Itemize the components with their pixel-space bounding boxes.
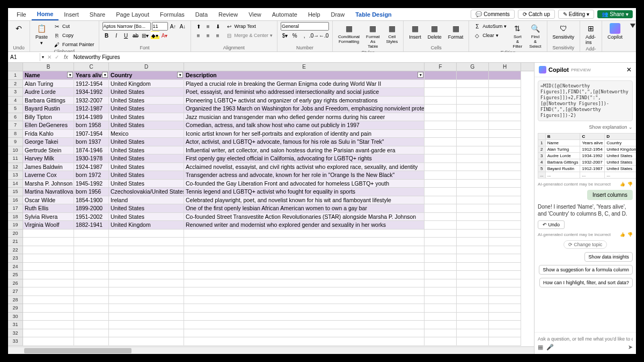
thumbs-down-icon[interactable]: 👎 [627,232,633,237]
table-cell[interactable]: Oscar Wilde [23,196,74,205]
fill-color-button[interactable]: ◆▾ [151,31,159,40]
row-header[interactable]: 24 [8,263,23,271]
thumbs-down-icon[interactable]: 👎 [627,182,633,187]
tab-review[interactable]: Review [213,9,243,20]
editing-button[interactable]: ✎ Editing ▾ [558,10,595,19]
table-cell[interactable]: Comedian, actress, and talk show host wh… [184,121,425,130]
row-header[interactable]: 25 [8,271,23,279]
copilot-undo-button[interactable]: ↶ Undo [538,220,565,229]
comma-button[interactable]: , [300,31,309,40]
row-header[interactable]: 7 [8,121,23,130]
formula-input[interactable]: Noteworthy Figures [71,53,636,61]
decrease-decimal-button[interactable]: ←.0 [319,31,328,40]
strike-button[interactable]: ab [131,31,140,40]
share-button[interactable]: 👥 Share ▾ [597,10,633,18]
table-cell[interactable]: Poet, essayist, and feminist who address… [184,88,425,97]
tab-automate[interactable]: Automate [267,9,303,20]
column-header-f[interactable]: F [425,63,457,71]
row-header[interactable]: 23 [8,254,23,263]
row-header[interactable]: 16 [8,196,23,205]
row-header[interactable]: 13 [8,171,23,180]
table-cell[interactable]: United States [109,138,184,146]
tab-formulas[interactable]: Formulas [155,9,190,20]
row-header[interactable]: 19 [8,221,23,230]
comments-button[interactable]: 💬 Comments [471,10,514,19]
autosum-button[interactable]: ΣAutoSum ▾ [472,22,508,31]
name-box-dropdown-icon[interactable]: ▾ [40,55,46,60]
row-header[interactable]: 22 [8,246,23,255]
align-right-button[interactable]: ≡ [214,31,222,40]
table-cell[interactable]: Organized the 1963 March on Washington f… [184,105,425,113]
column-header-h[interactable]: H [489,63,521,71]
table-cell[interactable]: United States [109,97,184,105]
tab-data[interactable]: Data [190,9,213,20]
copy-button[interactable]: ⎘Copy [52,31,96,40]
number-format-select[interactable] [281,22,329,31]
tab-file[interactable]: File [11,9,32,20]
table-cell[interactable]: 1874-1946 [74,146,109,155]
column-header-b[interactable]: B [23,63,74,71]
row-header[interactable]: 11 [8,154,23,163]
tab-page-layout[interactable]: Page Layout [111,9,155,20]
table-cell[interactable]: United Kingdom [109,221,184,230]
table-cell[interactable]: United States [109,113,184,122]
table-cell[interactable]: United States [109,121,184,130]
increase-decimal-button[interactable]: .0→ [310,31,318,40]
copilot-ribbon-button[interactable]: Copilot [605,22,625,41]
table-cell[interactable]: Jazz musician and transgender man who de… [184,113,425,122]
horizontal-scrollbar[interactable] [8,346,534,354]
insert-columns-button[interactable]: Insert columns [587,190,633,200]
table-cell[interactable]: born 1937 [74,138,109,146]
tab-table-design[interactable]: Table Design [350,9,397,20]
table-cell[interactable]: United States [109,88,184,97]
column-header-c[interactable]: C [74,63,109,71]
table-cell[interactable]: 1912-1987 [74,105,109,113]
conditional-formatting-button[interactable]: ▦Conditional Formatting [336,22,362,45]
tab-share[interactable]: Share [84,9,111,20]
table-cell[interactable]: One of the first openly lesbian African … [184,204,425,213]
table-cell[interactable]: Actor, activist, and LGBTQ+ advocate, fa… [184,138,425,146]
table-cell[interactable]: 1930-1978 [74,154,109,163]
table-header-cell[interactable]: Country▾ [109,71,184,80]
row-header[interactable]: 1 [8,71,23,80]
table-cell[interactable]: Frida Kahlo [23,130,74,138]
table-cell[interactable]: born 1958 [74,121,109,130]
row-header[interactable]: 14 [8,180,23,188]
thumbs-up-icon[interactable]: 👍 [620,232,625,237]
sort-filter-button[interactable]: ⇅Sort & Filter [510,22,525,50]
suggestion-formula-column[interactable]: Show a suggestion for a formula column [539,265,633,275]
table-cell[interactable]: Harvey Milk [23,154,74,163]
border-button[interactable]: ⊞▾ [141,31,150,40]
row-header[interactable]: 21 [8,238,23,246]
table-cell[interactable]: Marsha P. Johnson [23,180,74,188]
mic-icon[interactable]: 🎤 [546,344,554,351]
cancel-formula-icon[interactable]: ✕ [46,54,53,60]
table-header-cell[interactable]: Name▾ [23,71,74,80]
suggestion-highlight-filter[interactable]: How can I highlight, filter, and sort da… [539,278,633,287]
table-cell[interactable]: 1907-1954 [74,130,109,138]
align-middle-button[interactable]: ≡ [204,22,213,31]
table-cell[interactable]: Co-founded the Gay Liberation Front and … [184,180,425,188]
row-header[interactable]: 5 [8,105,23,113]
table-cell[interactable]: United States [109,180,184,188]
change-topic-button[interactable]: ⟳ Change topic [564,240,608,249]
bold-button[interactable]: B [103,31,111,40]
row-header[interactable]: 3 [8,88,23,97]
paste-button[interactable]: 📋Paste▾ [33,22,50,47]
table-cell[interactable]: Celebrated playwright, poet, and novelis… [184,196,425,205]
table-cell[interactable]: First openly gay elected official in Cal… [184,154,425,163]
tab-insert[interactable]: Insert [58,9,84,20]
table-header-cell[interactable]: Years alive▾ [74,71,109,80]
column-header-e[interactable]: E [184,63,425,71]
table-cell[interactable]: 1932-2007 [74,97,109,105]
attach-icon[interactable]: ▦ [538,344,543,351]
row-header[interactable]: 26 [8,279,23,288]
table-cell[interactable]: United States [109,213,184,221]
find-select-button[interactable]: 🔍Find & Select [527,22,543,50]
table-header-cell[interactable]: Description▾ [184,71,425,80]
table-cell[interactable]: United States [109,105,184,113]
table-cell[interactable]: Played a crucial role in breaking the Ge… [184,80,425,88]
column-header-g[interactable]: G [457,63,489,71]
table-cell[interactable]: 1951-2002 [74,213,109,221]
row-header[interactable]: 4 [8,97,23,105]
